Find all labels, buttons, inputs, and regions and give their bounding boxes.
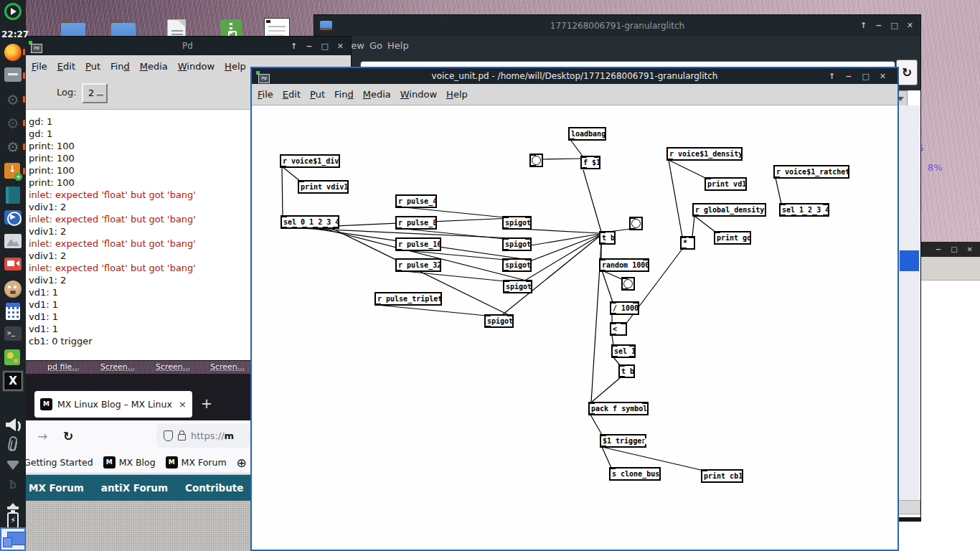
pd-object-r-voice-1-div[interactable]: r voice$1_div (280, 154, 340, 168)
xournal-icon[interactable]: X (4, 372, 22, 390)
inlet[interactable] (504, 258, 509, 260)
file-manager-scrollbar[interactable] (897, 105, 920, 501)
minimize-icon[interactable]: − (306, 42, 312, 51)
inlet[interactable] (299, 180, 304, 182)
outlet[interactable] (397, 249, 402, 251)
patch-menu-media[interactable]: Media (363, 89, 391, 100)
close-icon[interactable]: ✕ (880, 72, 886, 81)
outlet[interactable] (281, 166, 286, 168)
inlet[interactable] (715, 231, 720, 233)
outlet[interactable] (504, 249, 509, 251)
log-level-dropdown[interactable]: 2 (82, 83, 108, 103)
inlet[interactable] (594, 156, 599, 158)
close-icon[interactable]: ✕ (967, 245, 973, 253)
outlet[interactable] (812, 215, 817, 217)
pd-object-r-pulse-4[interactable]: r pulse_4 (395, 194, 437, 208)
outlet[interactable] (629, 356, 634, 358)
pd-object-spigot[interactable]: spigot (502, 258, 532, 272)
inlet[interactable] (643, 258, 648, 260)
console-menu-help[interactable]: Help (225, 61, 246, 72)
inlet[interactable] (601, 434, 606, 436)
scrollbar-thumb[interactable] (900, 250, 919, 271)
battery-icon[interactable]: ⚡ (7, 512, 19, 529)
firefox-icon[interactable] (4, 44, 22, 61)
settings-gear-1-icon[interactable]: ⚙ (4, 91, 22, 108)
inlet[interactable] (504, 216, 509, 218)
outlet[interactable] (791, 215, 796, 217)
photo-viewer-icon[interactable] (4, 234, 22, 248)
inlet[interactable] (642, 402, 647, 404)
inlet[interactable] (633, 301, 638, 303)
pd-object-r-voice-1-density[interactable]: r voice$1_density (666, 147, 743, 161)
pd-bang[interactable] (529, 154, 543, 167)
minimize-icon[interactable]: − (845, 72, 852, 81)
forward-button[interactable]: → (37, 429, 47, 443)
inlet[interactable] (611, 322, 616, 324)
outlet[interactable] (531, 165, 536, 167)
tab-close-icon[interactable]: × (179, 399, 187, 410)
pd-object--[interactable]: * (680, 236, 695, 250)
outlet[interactable] (397, 206, 402, 208)
site-nav-contribute[interactable]: Contribute (185, 482, 243, 494)
outlet[interactable] (323, 227, 328, 229)
url-bar[interactable]: https://m (156, 424, 250, 448)
inlet[interactable] (525, 216, 530, 218)
inlet[interactable] (702, 469, 707, 471)
file-manager-titlebar[interactable]: 1771268006791-granularglitch ↑−□✕ (314, 15, 920, 36)
inlet[interactable] (781, 203, 786, 205)
inlet[interactable] (623, 277, 628, 279)
archive-manager-icon[interactable] (4, 67, 22, 82)
pd-object-spigot[interactable]: spigot (503, 280, 532, 293)
pd-patch-canvas[interactable]: loadbangf $1r voice$1_divprint vdiv1r pu… (252, 105, 897, 550)
outlet[interactable] (570, 138, 575, 141)
pd-object--[interactable]: < (610, 322, 627, 336)
outlet[interactable] (302, 227, 307, 229)
fm-menu-go[interactable]: Go (369, 40, 382, 51)
desktop-file-label[interactable]: Screen... (100, 362, 135, 372)
pd-message--1-trigger[interactable]: $1 trigger (600, 434, 646, 448)
inlet[interactable] (507, 314, 512, 316)
outlet[interactable] (582, 167, 587, 169)
outlet[interactable] (313, 227, 318, 229)
pd-object-sel-0-1-2-3-4[interactable]: sel 0 1 2 3 4 (281, 215, 339, 229)
outlet[interactable] (486, 326, 491, 328)
outlet[interactable] (504, 270, 509, 272)
terminal-icon[interactable] (4, 326, 22, 341)
patch-menu-file[interactable]: File (258, 89, 273, 100)
pd-object-t-b[interactable]: t b (618, 364, 635, 378)
outlet[interactable] (668, 159, 673, 161)
pd-object-t-b[interactable]: t b (599, 231, 616, 245)
pd-object-print-cb1[interactable]: print cb1 (701, 469, 743, 483)
pd-object-print-gd[interactable]: print gd (714, 231, 751, 245)
outlet[interactable] (613, 356, 618, 358)
pd-object-loadbang[interactable]: loadbang (568, 127, 606, 141)
inlet[interactable] (823, 203, 828, 205)
roll-up-icon[interactable]: ↑ (829, 72, 835, 81)
inlet[interactable] (531, 154, 536, 156)
inlet[interactable] (631, 217, 636, 219)
media-player-icon[interactable] (4, 210, 22, 225)
inlet[interactable] (620, 364, 625, 367)
settings-gear-3-icon[interactable]: ⚙ (4, 138, 22, 156)
console-menu-media[interactable]: Media (140, 61, 168, 72)
bookmark-globe[interactable]: ⊕ (237, 456, 247, 470)
pd-patch-titlebar[interactable]: voice_unit.pd - /home/will/Desktop/17712… (252, 68, 897, 84)
pd-object-sel-1[interactable]: sel 1 (611, 344, 636, 358)
patch-menu-find[interactable]: Find (334, 89, 354, 100)
screen-recorder-red-icon[interactable] (4, 258, 22, 270)
screen-recorder-green-icon[interactable] (4, 3, 22, 20)
reload-button[interactable]: ↻ (63, 429, 73, 443)
pd-object-pack-f-symbol[interactable]: pack f symbol (588, 402, 649, 415)
outlet[interactable] (781, 215, 786, 217)
outlet[interactable] (694, 215, 699, 217)
outlet[interactable] (376, 303, 381, 306)
outlet[interactable] (397, 270, 402, 272)
pd-object-spigot[interactable]: spigot (502, 237, 532, 251)
patch-menu-help[interactable]: Help (446, 89, 468, 100)
pd-object-spigot[interactable]: spigot (484, 314, 514, 328)
console-menu-find[interactable]: Find (110, 61, 130, 72)
inlet[interactable] (706, 177, 711, 179)
outlet[interactable] (802, 215, 807, 217)
pd-bang[interactable] (621, 277, 635, 291)
outlet[interactable] (611, 313, 616, 315)
